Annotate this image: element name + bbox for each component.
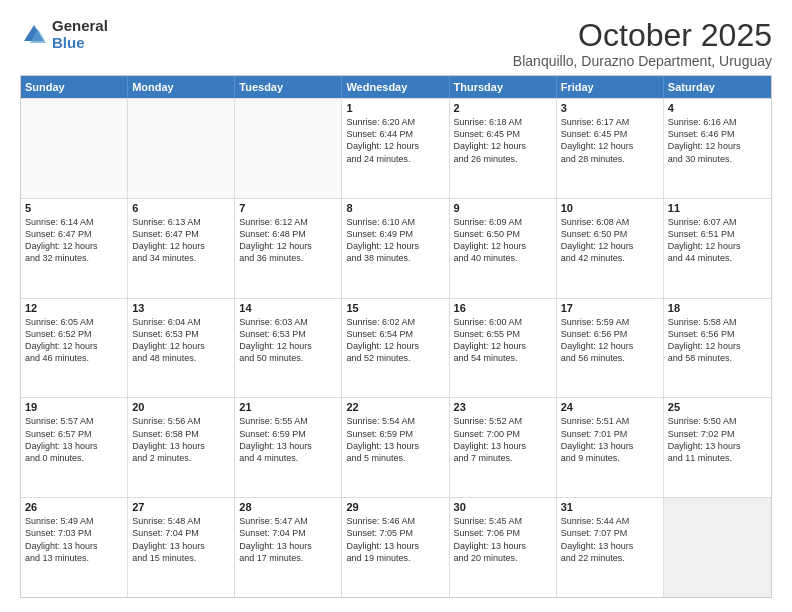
day-number: 2	[454, 102, 552, 114]
day-number: 31	[561, 501, 659, 513]
cal-cell-3-0: 19Sunrise: 5:57 AM Sunset: 6:57 PM Dayli…	[21, 398, 128, 497]
day-number: 26	[25, 501, 123, 513]
month-title: October 2025	[513, 18, 772, 53]
top-section: General Blue October 2025 Blanquillo, Du…	[20, 18, 772, 69]
day-number: 23	[454, 401, 552, 413]
day-number: 3	[561, 102, 659, 114]
logo-general-text: General	[52, 18, 108, 35]
day-number: 12	[25, 302, 123, 314]
day-number: 29	[346, 501, 444, 513]
day-number: 14	[239, 302, 337, 314]
cell-info: Sunrise: 5:44 AM Sunset: 7:07 PM Dayligh…	[561, 515, 659, 564]
cal-cell-3-6: 25Sunrise: 5:50 AM Sunset: 7:02 PM Dayli…	[664, 398, 771, 497]
cell-info: Sunrise: 5:48 AM Sunset: 7:04 PM Dayligh…	[132, 515, 230, 564]
header-day-saturday: Saturday	[664, 76, 771, 98]
calendar-row-3: 19Sunrise: 5:57 AM Sunset: 6:57 PM Dayli…	[21, 397, 771, 497]
cal-cell-1-1: 6Sunrise: 6:13 AM Sunset: 6:47 PM Daylig…	[128, 199, 235, 298]
cal-cell-3-1: 20Sunrise: 5:56 AM Sunset: 6:58 PM Dayli…	[128, 398, 235, 497]
calendar-row-4: 26Sunrise: 5:49 AM Sunset: 7:03 PM Dayli…	[21, 497, 771, 597]
day-number: 18	[668, 302, 767, 314]
cal-cell-0-1	[128, 99, 235, 198]
day-number: 30	[454, 501, 552, 513]
cal-cell-2-3: 15Sunrise: 6:02 AM Sunset: 6:54 PM Dayli…	[342, 299, 449, 398]
cell-info: Sunrise: 6:03 AM Sunset: 6:53 PM Dayligh…	[239, 316, 337, 365]
cal-cell-0-6: 4Sunrise: 6:16 AM Sunset: 6:46 PM Daylig…	[664, 99, 771, 198]
cal-cell-1-5: 10Sunrise: 6:08 AM Sunset: 6:50 PM Dayli…	[557, 199, 664, 298]
cell-info: Sunrise: 6:08 AM Sunset: 6:50 PM Dayligh…	[561, 216, 659, 265]
cal-cell-2-0: 12Sunrise: 6:05 AM Sunset: 6:52 PM Dayli…	[21, 299, 128, 398]
day-number: 16	[454, 302, 552, 314]
cal-cell-0-4: 2Sunrise: 6:18 AM Sunset: 6:45 PM Daylig…	[450, 99, 557, 198]
calendar-header: SundayMondayTuesdayWednesdayThursdayFrid…	[21, 76, 771, 98]
cell-info: Sunrise: 5:59 AM Sunset: 6:56 PM Dayligh…	[561, 316, 659, 365]
calendar-row-2: 12Sunrise: 6:05 AM Sunset: 6:52 PM Dayli…	[21, 298, 771, 398]
day-number: 1	[346, 102, 444, 114]
logo-text: General Blue	[52, 18, 108, 51]
day-number: 8	[346, 202, 444, 214]
day-number: 4	[668, 102, 767, 114]
cell-info: Sunrise: 5:52 AM Sunset: 7:00 PM Dayligh…	[454, 415, 552, 464]
cal-cell-4-3: 29Sunrise: 5:46 AM Sunset: 7:05 PM Dayli…	[342, 498, 449, 597]
header-day-thursday: Thursday	[450, 76, 557, 98]
cell-info: Sunrise: 5:50 AM Sunset: 7:02 PM Dayligh…	[668, 415, 767, 464]
cal-cell-0-5: 3Sunrise: 6:17 AM Sunset: 6:45 PM Daylig…	[557, 99, 664, 198]
cell-info: Sunrise: 6:10 AM Sunset: 6:49 PM Dayligh…	[346, 216, 444, 265]
cell-info: Sunrise: 6:09 AM Sunset: 6:50 PM Dayligh…	[454, 216, 552, 265]
header-day-tuesday: Tuesday	[235, 76, 342, 98]
cell-info: Sunrise: 6:13 AM Sunset: 6:47 PM Dayligh…	[132, 216, 230, 265]
cal-cell-1-4: 9Sunrise: 6:09 AM Sunset: 6:50 PM Daylig…	[450, 199, 557, 298]
logo-blue-text: Blue	[52, 35, 108, 52]
cell-info: Sunrise: 6:00 AM Sunset: 6:55 PM Dayligh…	[454, 316, 552, 365]
cell-info: Sunrise: 5:57 AM Sunset: 6:57 PM Dayligh…	[25, 415, 123, 464]
page: General Blue October 2025 Blanquillo, Du…	[0, 0, 792, 612]
cal-cell-4-5: 31Sunrise: 5:44 AM Sunset: 7:07 PM Dayli…	[557, 498, 664, 597]
calendar-row-1: 5Sunrise: 6:14 AM Sunset: 6:47 PM Daylig…	[21, 198, 771, 298]
cal-cell-1-6: 11Sunrise: 6:07 AM Sunset: 6:51 PM Dayli…	[664, 199, 771, 298]
cell-info: Sunrise: 6:02 AM Sunset: 6:54 PM Dayligh…	[346, 316, 444, 365]
cell-info: Sunrise: 6:07 AM Sunset: 6:51 PM Dayligh…	[668, 216, 767, 265]
logo-icon	[20, 21, 48, 49]
header-day-friday: Friday	[557, 76, 664, 98]
cal-cell-1-0: 5Sunrise: 6:14 AM Sunset: 6:47 PM Daylig…	[21, 199, 128, 298]
cal-cell-3-3: 22Sunrise: 5:54 AM Sunset: 6:59 PM Dayli…	[342, 398, 449, 497]
day-number: 9	[454, 202, 552, 214]
cell-info: Sunrise: 6:05 AM Sunset: 6:52 PM Dayligh…	[25, 316, 123, 365]
day-number: 19	[25, 401, 123, 413]
header-day-monday: Monday	[128, 76, 235, 98]
cal-cell-0-2	[235, 99, 342, 198]
cell-info: Sunrise: 6:04 AM Sunset: 6:53 PM Dayligh…	[132, 316, 230, 365]
cal-cell-0-0	[21, 99, 128, 198]
day-number: 11	[668, 202, 767, 214]
day-number: 10	[561, 202, 659, 214]
cal-cell-2-2: 14Sunrise: 6:03 AM Sunset: 6:53 PM Dayli…	[235, 299, 342, 398]
cal-cell-2-1: 13Sunrise: 6:04 AM Sunset: 6:53 PM Dayli…	[128, 299, 235, 398]
day-number: 5	[25, 202, 123, 214]
cal-cell-2-4: 16Sunrise: 6:00 AM Sunset: 6:55 PM Dayli…	[450, 299, 557, 398]
cal-cell-4-2: 28Sunrise: 5:47 AM Sunset: 7:04 PM Dayli…	[235, 498, 342, 597]
day-number: 25	[668, 401, 767, 413]
cell-info: Sunrise: 6:20 AM Sunset: 6:44 PM Dayligh…	[346, 116, 444, 165]
cal-cell-1-3: 8Sunrise: 6:10 AM Sunset: 6:49 PM Daylig…	[342, 199, 449, 298]
header-day-sunday: Sunday	[21, 76, 128, 98]
logo: General Blue	[20, 18, 108, 51]
cell-info: Sunrise: 6:16 AM Sunset: 6:46 PM Dayligh…	[668, 116, 767, 165]
header-day-wednesday: Wednesday	[342, 76, 449, 98]
cell-info: Sunrise: 5:49 AM Sunset: 7:03 PM Dayligh…	[25, 515, 123, 564]
day-number: 28	[239, 501, 337, 513]
cell-info: Sunrise: 5:51 AM Sunset: 7:01 PM Dayligh…	[561, 415, 659, 464]
day-number: 22	[346, 401, 444, 413]
cal-cell-4-1: 27Sunrise: 5:48 AM Sunset: 7:04 PM Dayli…	[128, 498, 235, 597]
cell-info: Sunrise: 6:18 AM Sunset: 6:45 PM Dayligh…	[454, 116, 552, 165]
day-number: 27	[132, 501, 230, 513]
cell-info: Sunrise: 5:55 AM Sunset: 6:59 PM Dayligh…	[239, 415, 337, 464]
calendar: SundayMondayTuesdayWednesdayThursdayFrid…	[20, 75, 772, 598]
day-number: 13	[132, 302, 230, 314]
cell-info: Sunrise: 5:56 AM Sunset: 6:58 PM Dayligh…	[132, 415, 230, 464]
cell-info: Sunrise: 5:47 AM Sunset: 7:04 PM Dayligh…	[239, 515, 337, 564]
calendar-body: 1Sunrise: 6:20 AM Sunset: 6:44 PM Daylig…	[21, 98, 771, 597]
cal-cell-3-2: 21Sunrise: 5:55 AM Sunset: 6:59 PM Dayli…	[235, 398, 342, 497]
cal-cell-3-4: 23Sunrise: 5:52 AM Sunset: 7:00 PM Dayli…	[450, 398, 557, 497]
cal-cell-4-0: 26Sunrise: 5:49 AM Sunset: 7:03 PM Dayli…	[21, 498, 128, 597]
cell-info: Sunrise: 5:45 AM Sunset: 7:06 PM Dayligh…	[454, 515, 552, 564]
cell-info: Sunrise: 5:46 AM Sunset: 7:05 PM Dayligh…	[346, 515, 444, 564]
